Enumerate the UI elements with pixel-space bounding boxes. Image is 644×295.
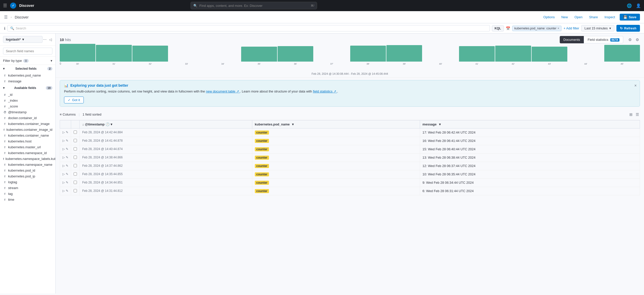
available-field-item[interactable]: fkubernetes.host xyxy=(0,138,55,144)
filter-by-type[interactable]: Filter by type 0 ▾ xyxy=(0,57,55,65)
chart-bar[interactable] xyxy=(96,45,132,62)
banner-link-2[interactable]: field statistics ↗ xyxy=(313,89,337,93)
expand-icon[interactable]: ▷ xyxy=(63,139,65,142)
expand-icon[interactable]: ▷ xyxy=(63,147,65,151)
row-checkbox[interactable] xyxy=(74,181,77,184)
row-actions-cell[interactable]: ▷ ✎ xyxy=(60,153,71,162)
pin-icon[interactable]: ✎ xyxy=(66,156,68,159)
selected-field-item[interactable]: fmessage xyxy=(0,78,55,84)
user-icon[interactable]: 👤 xyxy=(636,3,641,8)
settings-icon-1[interactable]: ⚙ xyxy=(627,36,633,43)
time-range-selector[interactable]: Last 15 minutes ▾ xyxy=(581,25,614,31)
nav-menu-icon[interactable]: ☰ xyxy=(4,15,8,20)
row-checkbox[interactable] xyxy=(74,164,77,167)
row-actions-cell[interactable]: ▷ ✎ xyxy=(60,137,71,145)
available-field-item[interactable]: fkubernetes.container_image xyxy=(0,121,55,127)
got-it-button[interactable]: ✓ Got it xyxy=(64,97,84,103)
add-filter-button[interactable]: + Add filter xyxy=(564,26,579,30)
inspect-button[interactable]: Inspect xyxy=(603,14,617,20)
th-timestamp[interactable]: ↓ @timestamp 🕐 ▾ xyxy=(80,120,252,128)
chart-bar[interactable] xyxy=(495,46,531,62)
row-checkbox-cell[interactable] xyxy=(71,128,80,137)
options-button[interactable]: Options xyxy=(541,14,557,20)
chart-bar[interactable] xyxy=(532,47,567,62)
chart-bar[interactable] xyxy=(241,47,277,62)
expand-icon[interactable]: ▷ xyxy=(63,164,65,168)
kql-button[interactable]: KQL xyxy=(492,25,504,31)
row-checkbox[interactable] xyxy=(74,131,77,134)
sidebar-collapse-icon[interactable]: ◁ xyxy=(49,37,52,42)
th-message[interactable]: message ▾ xyxy=(420,120,640,128)
available-field-item[interactable]: ⏱@timestamp xyxy=(0,109,55,115)
banner-link-1[interactable]: new document table ↗ xyxy=(206,89,240,93)
pin-icon[interactable]: ✎ xyxy=(66,131,68,134)
available-field-item[interactable]: fkubernetes.pod_ip xyxy=(0,173,55,179)
hamburger-menu[interactable]: ☰ xyxy=(3,3,7,8)
row-checkbox-cell[interactable] xyxy=(71,162,80,170)
available-field-item[interactable]: fstream xyxy=(0,185,55,191)
expand-icon[interactable]: ▷ xyxy=(63,156,65,159)
chart-bar[interactable] xyxy=(132,46,168,62)
row-actions-cell[interactable]: ▷ ✎ xyxy=(60,187,71,195)
row-actions-cell[interactable]: ▷ ✎ xyxy=(60,178,71,187)
search-field-input[interactable] xyxy=(3,48,52,54)
index-pattern-selector[interactable]: logstash* ▾ xyxy=(3,36,43,43)
new-button[interactable]: New xyxy=(559,14,570,20)
pin-icon[interactable]: ✎ xyxy=(66,147,68,151)
available-field-item[interactable]: #_index xyxy=(0,98,55,103)
row-actions-cell[interactable]: ▷ ✎ xyxy=(60,128,71,137)
chart-bar[interactable] xyxy=(60,44,95,62)
available-field-item[interactable]: flogtag xyxy=(0,179,55,185)
available-field-item[interactable]: ftime xyxy=(0,197,55,202)
save-button[interactable]: 💾 Save xyxy=(620,14,640,21)
global-search-bar[interactable]: 🔍 Find apps, content, and more. Ex: Disc… xyxy=(191,2,317,9)
banner-close-button[interactable]: × xyxy=(634,83,637,88)
pin-icon[interactable]: ✎ xyxy=(66,139,68,142)
row-checkbox[interactable] xyxy=(74,172,77,176)
available-field-item[interactable]: fdocker.container_id xyxy=(0,115,55,121)
globe-icon[interactable]: 🌐 xyxy=(627,3,632,8)
row-checkbox[interactable] xyxy=(74,147,77,151)
row-checkbox[interactable] xyxy=(74,156,77,159)
expand-icon[interactable]: ▷ xyxy=(63,172,65,176)
expand-icon[interactable]: ▷ xyxy=(63,181,65,184)
row-actions-cell[interactable]: ▷ ✎ xyxy=(60,162,71,170)
available-field-item[interactable]: #_score xyxy=(0,103,55,109)
pin-icon[interactable]: ✎ xyxy=(66,181,68,184)
available-field-item[interactable]: ftag xyxy=(0,191,55,197)
row-checkbox-cell[interactable] xyxy=(71,137,80,145)
pin-icon[interactable]: ✎ xyxy=(66,164,68,168)
list-view-icon[interactable]: ☰ xyxy=(635,111,640,118)
settings-icon-2[interactable]: ⚙ xyxy=(635,36,640,43)
tab-documents[interactable]: Documents xyxy=(560,36,584,43)
open-button[interactable]: Open xyxy=(572,14,585,20)
available-field-item[interactable]: fkubernetes.namespace_name xyxy=(0,162,55,168)
th-pod-name[interactable]: kubernetes.pod_name ▾ xyxy=(252,120,420,128)
share-button[interactable]: Share xyxy=(587,14,600,20)
row-checkbox-cell[interactable] xyxy=(71,178,80,187)
chart-bar[interactable] xyxy=(350,46,386,62)
filter-remove-icon[interactable]: × xyxy=(557,27,559,30)
available-field-item[interactable]: fkubernetes.container_name xyxy=(0,133,55,138)
available-field-item[interactable]: fkubernetes.master_url xyxy=(0,144,55,150)
row-actions-cell[interactable]: ▷ ✎ xyxy=(60,145,71,153)
row-checkbox[interactable] xyxy=(74,139,77,142)
available-field-item[interactable]: fkubernetes.namespace_id xyxy=(0,150,55,156)
row-checkbox-cell[interactable] xyxy=(71,153,80,162)
pin-icon[interactable]: ✎ xyxy=(66,189,68,193)
available-field-item[interactable]: #_id xyxy=(0,92,55,98)
row-actions-cell[interactable]: ▷ ✎ xyxy=(60,170,71,178)
available-field-item[interactable]: fkubernetes.namespace_labels.kubernetes.… xyxy=(0,156,55,162)
chart-bar[interactable] xyxy=(386,45,422,62)
available-field-item[interactable]: fkubernetes.pod_id xyxy=(0,168,55,173)
chart-bar[interactable] xyxy=(278,46,313,62)
columns-button[interactable]: ≡ Columns xyxy=(60,113,76,116)
filter-pill[interactable]: kubernetes.pod_name: counter × xyxy=(512,26,562,31)
grid-view-icon[interactable]: ⊞ xyxy=(628,111,634,118)
row-checkbox-cell[interactable] xyxy=(71,187,80,195)
row-checkbox[interactable] xyxy=(74,189,77,192)
expand-icon[interactable]: ▷ xyxy=(63,131,65,134)
tab-field-stats[interactable]: Field statistics BETA xyxy=(584,36,623,43)
row-checkbox-cell[interactable] xyxy=(71,170,80,178)
chart-bar[interactable] xyxy=(459,46,495,62)
